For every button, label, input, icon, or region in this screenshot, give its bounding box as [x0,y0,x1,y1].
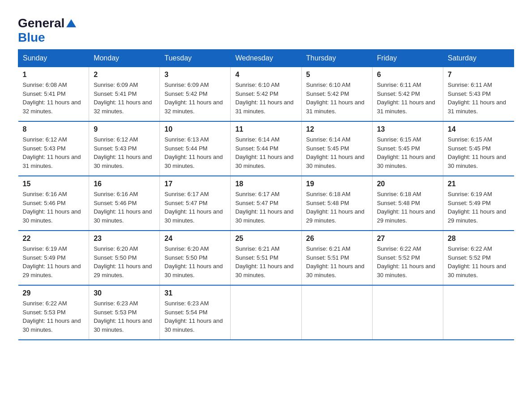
calendar-table: SundayMondayTuesdayWednesdayThursdayFrid… [18,49,514,340]
day-number: 31 [164,289,226,297]
day-info: Sunrise: 6:11 AM Sunset: 5:43 PM Dayligh… [448,81,510,116]
calendar-day-cell [443,285,514,340]
day-number: 1 [23,71,85,79]
day-info: Sunrise: 6:11 AM Sunset: 5:42 PM Dayligh… [377,81,438,116]
calendar-day-cell: 26 Sunrise: 6:21 AM Sunset: 5:51 PM Dayl… [301,231,372,285]
header-thursday: Thursday [301,50,372,67]
day-info: Sunrise: 6:21 AM Sunset: 5:51 PM Dayligh… [235,244,296,279]
day-info: Sunrise: 6:18 AM Sunset: 5:48 PM Dayligh… [306,190,368,225]
logo-triangle-icon [66,17,76,27]
day-number: 8 [23,125,85,133]
calendar-day-cell: 16 Sunrise: 6:16 AM Sunset: 5:46 PM Dayl… [89,176,160,231]
day-number: 6 [377,71,438,79]
day-info: Sunrise: 6:21 AM Sunset: 5:51 PM Dayligh… [306,244,368,279]
day-info: Sunrise: 6:12 AM Sunset: 5:43 PM Dayligh… [23,135,85,170]
calendar-day-cell: 23 Sunrise: 6:20 AM Sunset: 5:50 PM Dayl… [89,231,160,285]
day-number: 26 [306,235,368,243]
calendar-day-cell: 27 Sunrise: 6:22 AM Sunset: 5:52 PM Dayl… [372,231,443,285]
calendar-day-cell: 31 Sunrise: 6:23 AM Sunset: 5:54 PM Dayl… [160,285,231,340]
day-number: 22 [23,235,85,243]
calendar-day-cell: 22 Sunrise: 6:19 AM Sunset: 5:49 PM Dayl… [18,231,89,285]
page-header: General Blue [18,13,514,45]
header-saturday: Saturday [443,50,514,67]
header-sunday: Sunday [18,50,89,67]
day-info: Sunrise: 6:22 AM Sunset: 5:52 PM Dayligh… [448,244,510,279]
day-info: Sunrise: 6:10 AM Sunset: 5:42 PM Dayligh… [306,81,368,116]
day-info: Sunrise: 6:16 AM Sunset: 5:46 PM Dayligh… [94,190,155,225]
day-number: 30 [94,289,155,297]
header-tuesday: Tuesday [160,50,231,67]
calendar-day-cell [301,285,372,340]
day-info: Sunrise: 6:18 AM Sunset: 5:48 PM Dayligh… [377,190,438,225]
calendar-day-cell: 6 Sunrise: 6:11 AM Sunset: 5:42 PM Dayli… [372,67,443,122]
calendar-day-cell: 21 Sunrise: 6:19 AM Sunset: 5:49 PM Dayl… [443,176,514,231]
day-number: 2 [94,71,155,79]
logo-blue-text: Blue [18,30,45,44]
day-info: Sunrise: 6:15 AM Sunset: 5:45 PM Dayligh… [377,135,438,170]
day-info: Sunrise: 6:16 AM Sunset: 5:46 PM Dayligh… [23,190,85,225]
calendar-day-cell: 17 Sunrise: 6:17 AM Sunset: 5:47 PM Dayl… [160,176,231,231]
day-number: 7 [448,71,510,79]
logo: General Blue [18,16,76,45]
day-number: 18 [235,180,296,188]
calendar-week-row: 8 Sunrise: 6:12 AM Sunset: 5:43 PM Dayli… [18,121,514,176]
day-info: Sunrise: 6:14 AM Sunset: 5:45 PM Dayligh… [306,135,368,170]
day-info: Sunrise: 6:08 AM Sunset: 5:41 PM Dayligh… [23,81,85,116]
day-number: 27 [377,235,438,243]
day-info: Sunrise: 6:22 AM Sunset: 5:53 PM Dayligh… [23,299,85,334]
calendar-day-cell: 24 Sunrise: 6:20 AM Sunset: 5:50 PM Dayl… [160,231,231,285]
header-monday: Monday [89,50,160,67]
calendar-day-cell: 1 Sunrise: 6:08 AM Sunset: 5:41 PM Dayli… [18,67,89,122]
day-info: Sunrise: 6:23 AM Sunset: 5:54 PM Dayligh… [164,299,226,334]
day-number: 16 [94,180,155,188]
header-wednesday: Wednesday [231,50,301,67]
calendar-header-row: SundayMondayTuesdayWednesdayThursdayFrid… [18,50,514,67]
calendar-day-cell: 7 Sunrise: 6:11 AM Sunset: 5:43 PM Dayli… [443,67,514,122]
calendar-day-cell: 19 Sunrise: 6:18 AM Sunset: 5:48 PM Dayl… [301,176,372,231]
day-info: Sunrise: 6:12 AM Sunset: 5:43 PM Dayligh… [94,135,155,170]
calendar-week-row: 15 Sunrise: 6:16 AM Sunset: 5:46 PM Dayl… [18,176,514,231]
day-info: Sunrise: 6:19 AM Sunset: 5:49 PM Dayligh… [23,244,85,279]
day-number: 28 [448,235,510,243]
day-number: 13 [377,125,438,133]
calendar-day-cell: 4 Sunrise: 6:10 AM Sunset: 5:42 PM Dayli… [231,67,301,122]
calendar-day-cell: 2 Sunrise: 6:09 AM Sunset: 5:41 PM Dayli… [89,67,160,122]
day-info: Sunrise: 6:20 AM Sunset: 5:50 PM Dayligh… [94,244,155,279]
calendar-day-cell: 18 Sunrise: 6:17 AM Sunset: 5:47 PM Dayl… [231,176,301,231]
calendar-day-cell: 5 Sunrise: 6:10 AM Sunset: 5:42 PM Dayli… [301,67,372,122]
logo-general-text: General [18,16,64,30]
svg-marker-0 [66,19,76,27]
day-number: 3 [164,71,226,79]
day-number: 14 [448,125,510,133]
calendar-day-cell: 20 Sunrise: 6:18 AM Sunset: 5:48 PM Dayl… [372,176,443,231]
calendar-week-row: 1 Sunrise: 6:08 AM Sunset: 5:41 PM Dayli… [18,67,514,122]
calendar-day-cell: 3 Sunrise: 6:09 AM Sunset: 5:42 PM Dayli… [160,67,231,122]
day-number: 29 [23,289,85,297]
day-number: 11 [235,125,296,133]
day-info: Sunrise: 6:20 AM Sunset: 5:50 PM Dayligh… [164,244,226,279]
day-number: 12 [306,125,368,133]
calendar-week-row: 22 Sunrise: 6:19 AM Sunset: 5:49 PM Dayl… [18,231,514,285]
day-number: 20 [377,180,438,188]
day-info: Sunrise: 6:22 AM Sunset: 5:52 PM Dayligh… [377,244,438,279]
day-info: Sunrise: 6:09 AM Sunset: 5:42 PM Dayligh… [164,81,226,116]
day-number: 19 [306,180,368,188]
calendar-day-cell: 8 Sunrise: 6:12 AM Sunset: 5:43 PM Dayli… [18,121,89,176]
day-info: Sunrise: 6:23 AM Sunset: 5:53 PM Dayligh… [94,299,155,334]
day-number: 17 [164,180,226,188]
calendar-day-cell: 13 Sunrise: 6:15 AM Sunset: 5:45 PM Dayl… [372,121,443,176]
day-number: 25 [235,235,296,243]
calendar-day-cell [231,285,301,340]
day-number: 21 [448,180,510,188]
calendar-day-cell: 15 Sunrise: 6:16 AM Sunset: 5:46 PM Dayl… [18,176,89,231]
day-number: 9 [94,125,155,133]
day-info: Sunrise: 6:14 AM Sunset: 5:44 PM Dayligh… [235,135,296,170]
calendar-week-row: 29 Sunrise: 6:22 AM Sunset: 5:53 PM Dayl… [18,285,514,340]
day-info: Sunrise: 6:13 AM Sunset: 5:44 PM Dayligh… [164,135,226,170]
calendar-day-cell: 29 Sunrise: 6:22 AM Sunset: 5:53 PM Dayl… [18,285,89,340]
calendar-day-cell: 9 Sunrise: 6:12 AM Sunset: 5:43 PM Dayli… [89,121,160,176]
calendar-day-cell: 14 Sunrise: 6:15 AM Sunset: 5:45 PM Dayl… [443,121,514,176]
day-number: 15 [23,180,85,188]
day-info: Sunrise: 6:15 AM Sunset: 5:45 PM Dayligh… [448,135,510,170]
day-info: Sunrise: 6:09 AM Sunset: 5:41 PM Dayligh… [94,81,155,116]
